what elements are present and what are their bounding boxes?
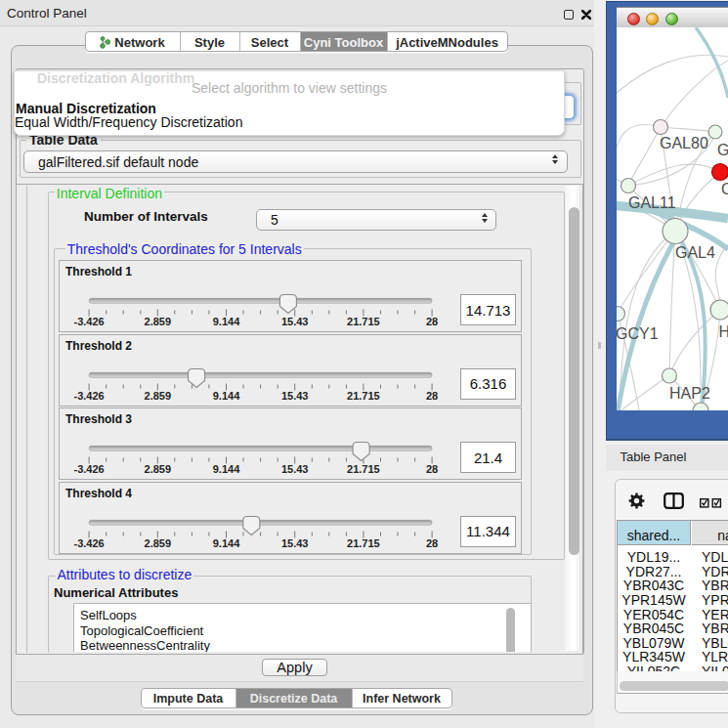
svg-text:21.715: 21.715	[347, 389, 380, 401]
svg-text:9.144: 9.144	[213, 316, 240, 327]
svg-text:GAL80: GAL80	[660, 135, 708, 151]
svg-text:28: 28	[426, 316, 438, 327]
svg-text:9.144: 9.144	[213, 536, 240, 548]
svg-text:2.859: 2.859	[145, 316, 172, 327]
svg-text:-3.426: -3.426	[73, 536, 104, 548]
svg-text:28: 28	[426, 389, 438, 401]
svg-text:GAL4: GAL4	[675, 244, 715, 261]
svg-text:GAL11: GAL11	[628, 194, 676, 211]
svg-text:HAP2: HAP2	[669, 385, 710, 402]
svg-text:-3.426: -3.426	[73, 316, 104, 327]
svg-text:GCY1: GCY1	[617, 325, 659, 342]
svg-text:9.144: 9.144	[213, 389, 240, 401]
svg-text:-3.426: -3.426	[73, 463, 104, 475]
svg-text:15.43: 15.43	[281, 389, 309, 401]
svg-text:CY: CY	[721, 181, 728, 197]
svg-text:28: 28	[426, 536, 438, 548]
svg-text:28: 28	[426, 463, 438, 475]
svg-text:9.144: 9.144	[213, 463, 240, 475]
svg-text:15.43: 15.43	[281, 536, 309, 548]
svg-text:15.43: 15.43	[281, 316, 309, 327]
svg-text:2.859: 2.859	[145, 536, 172, 548]
svg-text:2.859: 2.859	[145, 389, 172, 401]
svg-text:2.859: 2.859	[145, 463, 172, 475]
svg-text:GA: GA	[717, 142, 728, 158]
svg-text:HI: HI	[719, 323, 728, 340]
svg-text:21.715: 21.715	[347, 536, 380, 548]
svg-text:15.43: 15.43	[281, 463, 309, 475]
svg-text:21.715: 21.715	[347, 316, 380, 327]
svg-text:-3.426: -3.426	[73, 389, 104, 401]
svg-text:21.715: 21.715	[347, 463, 380, 475]
